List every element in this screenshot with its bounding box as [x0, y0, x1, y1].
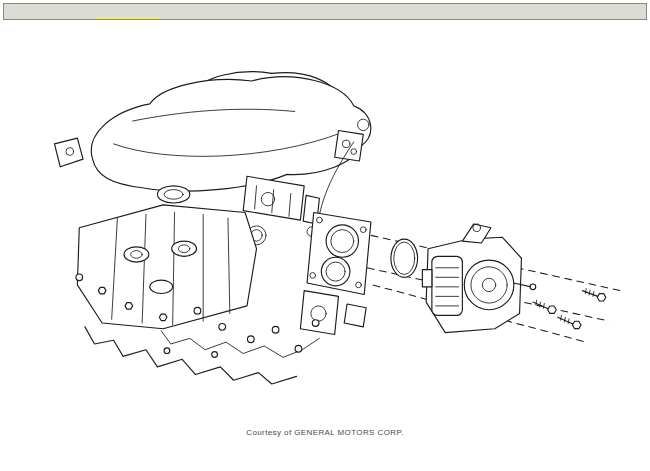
- diagram-canvas: Courtesy of GENERAL MOTORS CORP.: [3, 20, 647, 466]
- intake-plenum: [54, 72, 370, 215]
- mounting-bolt-1: [533, 300, 556, 313]
- figure-title-bar: Fig 3: Locating Throttle Body, Bolts & N…: [3, 3, 647, 20]
- throttle-mounting-flange: [307, 213, 371, 295]
- valve-cover-ribbed: [77, 205, 256, 329]
- figure-page: Fig 3: Locating Throttle Body, Bolts & N…: [3, 3, 647, 468]
- engine-exploded-diagram: [3, 20, 650, 466]
- throttle-body-assembly: [422, 224, 535, 333]
- throttle-gasket-o-ring: [391, 239, 418, 277]
- courtesy-text: Courtesy of GENERAL MOTORS CORP.: [3, 428, 647, 437]
- mounting-bolt-2: [558, 315, 581, 328]
- mounting-bolt-3: [582, 289, 605, 301]
